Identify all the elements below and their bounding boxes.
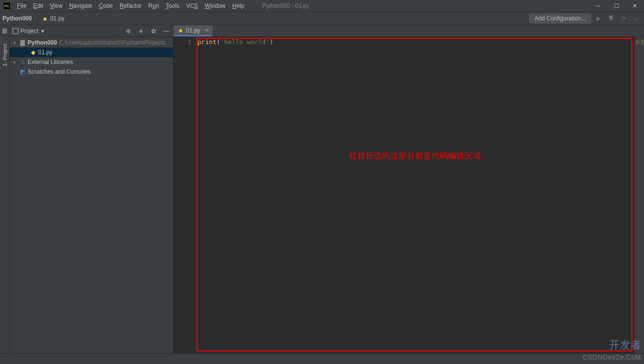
project-name: Python000 [28,39,57,46]
project-tool-window: Project ▾ ⊕ ≑ ✿ — ▾ ▇ Python000 C:\Users… [10,25,173,353]
settings-icon[interactable]: ✿ [150,28,157,34]
folder-icon: ▇ [18,39,26,46]
watermark-top: 开发者 [609,338,641,352]
breadcrumb-project[interactable]: Python000 [2,15,32,22]
code-editor[interactable]: 1 print('hello world') 红框框选的这部分都是代码编辑区域 … [173,37,644,353]
project-view-icon [13,28,18,34]
menu-code[interactable]: Code [95,1,116,11]
annotation-red-box [197,38,632,351]
tab-label: 01.py [186,27,200,34]
project-strip-label[interactable]: 1: Project [2,44,8,66]
python-file-icon: ◆ [29,49,37,56]
statusbar [0,353,644,364]
line-number-1: 1 [177,38,191,46]
menu-view[interactable]: View [46,1,66,11]
breadcrumb-separator: 〉 [34,15,40,23]
token-function: print [198,38,216,46]
tree-project-root[interactable]: ▾ ▇ Python000 C:\Users\administrator0\Py… [10,38,173,47]
menu-vcs[interactable]: VCS [183,1,201,11]
editor-right-gutter: ⚠1 [634,37,644,353]
app-icon: PC [3,2,11,10]
libraries-icon: ⫴ [18,59,26,65]
scratches-icon: ◩ [18,68,26,75]
main-menu: File Edit View Navigate Code Refactor Ru… [14,1,247,11]
update-icon[interactable]: ⟳ [618,13,629,24]
structure-icon[interactable]: ▦ [2,27,7,34]
editor-tabs: ◆ 01.py ✕ [173,25,644,37]
token-lparen: ( [216,38,220,46]
maximize-button[interactable]: ☐ [607,0,626,12]
search-icon[interactable]: ⌕ [631,13,642,24]
tree-file-label: 01.py [38,49,52,56]
external-libraries-label: External Libraries [28,59,73,65]
locate-icon[interactable]: ⊕ [124,28,132,34]
menu-tools[interactable]: Tools [162,1,183,11]
warnings-indicator[interactable]: ⚠1 [635,39,644,45]
gutter: 1 [173,37,196,353]
tab-close-icon[interactable]: ✕ [205,28,209,33]
menu-edit[interactable]: Edit [30,1,46,11]
project-tool-title[interactable]: Project [20,28,38,34]
run-icon[interactable]: ▶ [593,13,604,24]
menu-file[interactable]: File [14,1,30,11]
editor-area: ◆ 01.py ✕ 1 print('hello world') 红框框选的这部… [173,25,644,353]
token-rparen: ) [270,38,274,46]
menu-refactor[interactable]: Refactor [116,1,145,11]
tab-01py[interactable]: ◆ 01.py ✕ [173,25,213,36]
scratches-label: Scratches and Consoles [28,68,91,75]
watermark-bottom: CSDNDevZe.CoM [583,353,641,361]
hide-icon[interactable]: — [162,28,170,34]
left-tool-strip: ▦ 1: Project [0,25,10,353]
menu-help[interactable]: Help [229,1,248,11]
titlebar: PC File Edit View Navigate Code Refactor… [0,0,644,12]
project-dropdown-icon[interactable]: ▾ [41,28,44,34]
warning-count: 1 [641,39,644,45]
minimize-button[interactable]: ─ [589,0,607,12]
expand-arrow-icon[interactable]: ▾ [14,40,18,45]
python-file-icon: ◆ [42,15,48,22]
project-path: C:\Users\administrator0\PycharmProjects [59,39,166,46]
menu-window[interactable]: Window [201,1,229,11]
tree-file-01py[interactable]: ◆ 01.py [10,47,173,57]
code-line-1[interactable]: print('hello world') [196,37,634,47]
project-tool-header: Project ▾ ⊕ ≑ ✿ — [10,25,173,37]
breadcrumb-file[interactable]: 01.py [50,15,64,22]
collapse-arrow-icon[interactable]: ▸ [14,60,18,64]
debug-icon[interactable]: ⛊ [606,13,616,24]
menu-navigate[interactable]: Navigate [66,1,95,11]
annotation-text: 红框框选的这部分都是代码编辑区域 [349,150,481,161]
tree-external-libraries[interactable]: ▸ ⫴ External Libraries [10,57,173,67]
tree-scratches[interactable]: ◩ Scratches and Consoles [10,67,173,77]
project-tree: ▾ ▇ Python000 C:\Users\administrator0\Py… [10,37,173,353]
menu-run[interactable]: Run [145,1,162,11]
python-file-icon: ◆ [177,27,184,34]
token-string: 'hello world' [220,38,270,46]
navbar: Python000 〉 ◆ 01.py Add Configuration...… [0,12,644,25]
close-button[interactable]: ✕ [626,0,644,12]
collapse-icon[interactable]: ≑ [137,28,145,34]
breadcrumb: Python000 〉 ◆ 01.py [2,15,64,23]
add-configuration-button[interactable]: Add Configuration... [529,14,591,23]
window-title: Python000 - 01.py [262,2,309,9]
